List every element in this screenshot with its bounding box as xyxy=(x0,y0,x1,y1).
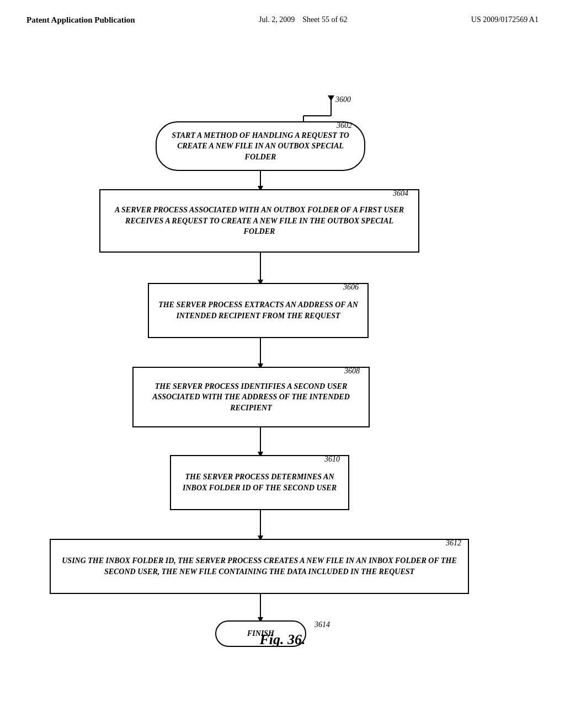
node-3612: USING THE INBOX FOLDER ID, THE SERVER PR… xyxy=(50,539,469,594)
label-3600: 3600 xyxy=(335,95,351,104)
node-3612-text: USING THE INBOX FOLDER ID, THE SERVER PR… xyxy=(60,555,459,577)
publication-label: Patent Application Publication xyxy=(26,15,135,25)
node-3606: THE SERVER PROCESS EXTRACTS AN ADDRESS O… xyxy=(148,283,369,338)
label-3614: 3614 xyxy=(315,620,330,629)
sheet-info: Sheet 55 of 62 xyxy=(302,15,347,24)
node-3602-text: START A METHOD OF HANDLING A REQUEST TO … xyxy=(166,130,355,163)
page-header: Patent Application Publication Jul. 2, 2… xyxy=(0,0,565,25)
label-3610: 3610 xyxy=(324,455,340,464)
label-3602: 3602 xyxy=(337,121,352,130)
node-3610: THE SERVER PROCESS DETERMINES AN INBOX F… xyxy=(170,455,349,510)
label-3612: 3612 xyxy=(446,539,461,548)
svg-marker-12 xyxy=(328,95,334,101)
node-3610-text: THE SERVER PROCESS DETERMINES AN INBOX F… xyxy=(180,472,339,493)
node-3602: START A METHOD OF HANDLING A REQUEST TO … xyxy=(156,121,365,171)
header-center: Jul. 2, 2009 Sheet 55 of 62 xyxy=(259,15,348,24)
patent-number: US 2009/0172569 A1 xyxy=(471,15,539,24)
node-3606-text: THE SERVER PROCESS EXTRACTS AN ADDRESS O… xyxy=(158,299,359,321)
label-3604: 3604 xyxy=(393,189,408,198)
node-3604-text: A SERVER PROCESS ASSOCIATED WITH AN OUTB… xyxy=(109,205,409,237)
label-3606: 3606 xyxy=(343,283,359,292)
node-3608-text: THE SERVER PROCESS IDENTIFIES A SECOND U… xyxy=(142,381,360,414)
node-3608: THE SERVER PROCESS IDENTIFIES A SECOND U… xyxy=(132,367,370,427)
label-3608: 3608 xyxy=(344,367,360,376)
figure-label: Fig. 36. xyxy=(259,631,305,648)
publication-date: Jul. 2, 2009 xyxy=(259,15,295,24)
node-3604: A SERVER PROCESS ASSOCIATED WITH AN OUTB… xyxy=(99,189,419,253)
flowchart-diagram: 3600 START A METHOD OF HANDLING A REQUES… xyxy=(0,36,565,670)
